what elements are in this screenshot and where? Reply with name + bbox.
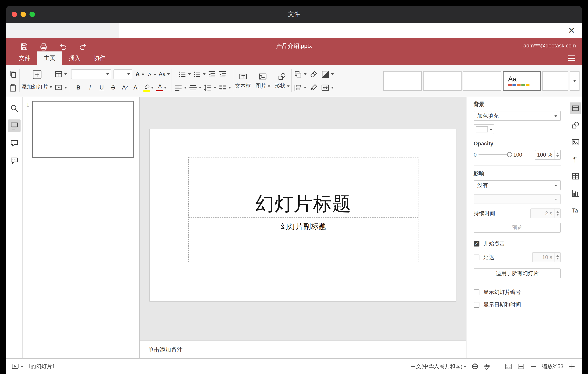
language-select[interactable]: 中文(中华人民共和国) [411,362,466,371]
change-case-button[interactable]: Aa [159,69,170,79]
tab-collaboration[interactable]: 协作 [87,51,112,65]
sidebar-comments-button[interactable] [8,137,20,149]
window-title: 文件 [288,10,300,18]
change-layout-button[interactable] [54,69,67,79]
fit-width-button[interactable] [517,362,525,371]
bullet-list-button[interactable] [178,69,191,79]
subtitle-placeholder[interactable]: 幻灯片副标题 [188,219,419,262]
panel-table-settings-button[interactable] [569,170,581,182]
color-scheme-button[interactable] [321,69,334,79]
zoom-in-button[interactable] [568,362,576,371]
increase-font-button[interactable]: A [135,69,144,79]
set-language-button[interactable] [471,362,479,371]
tab-insert[interactable]: 插入 [62,51,87,65]
panel-slide-settings-button[interactable] [569,102,581,114]
theme-tile-selected[interactable]: Aa [503,71,541,91]
tab-home[interactable]: 主页 [37,51,62,65]
spinner-arrows[interactable] [554,150,560,159]
slide-thumbnail[interactable] [32,101,134,158]
font-color-button[interactable]: A [157,82,163,93]
font-size-select[interactable] [114,69,132,79]
panel-paragraph-settings-button[interactable]: ¶ [569,154,581,165]
comment-icon [10,139,19,148]
theme-tile[interactable] [463,71,501,91]
panel-textart-settings-button[interactable]: Ta [569,204,581,216]
sidebar-chat-button[interactable] [8,154,20,167]
close-window-button[interactable] [12,12,17,17]
font-name-select[interactable] [71,69,111,79]
tab-file[interactable]: 文件 [12,51,37,65]
panel-chart-settings-button[interactable] [569,187,581,199]
spellcheck-button[interactable]: abc [483,362,492,371]
apply-all-button[interactable]: 适用于所有幻灯片 [474,268,561,278]
clear-style-button[interactable] [309,69,318,79]
arrange-shape-button[interactable] [294,69,306,79]
decrease-font-button[interactable]: A [147,69,156,79]
menu-icon[interactable] [568,55,575,61]
show-date-time-checkbox[interactable] [474,302,479,308]
start-slideshow-button[interactable] [54,82,67,93]
columns-button[interactable] [218,82,231,93]
underline-button[interactable]: U [97,82,106,93]
notes-area[interactable]: 单击添加备注 [140,341,466,358]
insert-shape-button[interactable]: 形状 [275,72,290,90]
bold-button[interactable]: B [74,82,83,93]
effect-select[interactable]: 没有 [474,180,561,190]
decrease-indent-button[interactable] [207,69,216,79]
add-slide-label: 添加幻灯片 [21,83,48,91]
increase-indent-button[interactable] [218,69,227,79]
slider-knob[interactable] [507,152,512,157]
chevron-down-icon [304,87,306,90]
maximize-window-button[interactable] [30,12,35,17]
insert-image-button[interactable]: 图片 [256,72,270,90]
line-spacing-button[interactable] [203,82,216,93]
title-placeholder[interactable]: 幻灯片标题 [188,157,419,218]
show-slide-number-checkbox[interactable] [474,289,479,295]
italic-button[interactable]: I [85,82,94,93]
align-shape-button[interactable] [294,82,306,93]
add-slide-menu-button[interactable]: 添加幻灯片 [21,81,52,92]
delay-checkbox[interactable] [474,254,479,260]
slide-canvas[interactable]: 幻灯片标题 幻灯片副标题 [140,97,466,341]
horizontal-align-button[interactable] [174,82,187,93]
strikeout-button[interactable]: S [109,82,118,93]
opacity-input[interactable]: 100 % [535,150,561,160]
background-color-picker[interactable] [474,124,494,134]
subscript-button[interactable]: A₂ [132,82,141,93]
chevron-down-icon [555,185,557,188]
start-on-click-checkbox[interactable]: ✓ [474,241,479,246]
zoom-out-button[interactable] [529,362,537,371]
status-start-slideshow-button[interactable] [11,362,23,371]
theme-tile[interactable] [542,71,568,91]
numbered-list-button[interactable] [193,69,206,79]
insert-textbox-button[interactable]: 文本框 [235,72,251,90]
align-objects-icon [294,83,303,92]
copy-button[interactable] [9,69,17,79]
opacity-slider[interactable] [478,152,511,158]
close-icon[interactable]: ✕ [568,26,575,35]
textbox-icon [239,72,248,81]
minimize-window-button[interactable] [21,12,26,17]
theme-tile[interactable] [423,71,462,91]
fit-slide-button[interactable] [504,362,513,371]
background-fill-select[interactable]: 颜色填充 [474,111,561,121]
panel-image-settings-button[interactable] [569,136,581,148]
theme-tile[interactable] [383,71,422,91]
add-slide-button[interactable] [32,69,42,80]
opacity-min: 0 [474,152,476,158]
paste-button[interactable] [9,82,17,93]
opacity-max: 100 [513,152,522,158]
copy-style-button[interactable] [309,82,318,93]
minus-icon [529,362,537,370]
slide-size-button[interactable] [321,82,334,93]
panel-shape-settings-button[interactable] [569,120,581,131]
vertical-align-button[interactable] [189,82,201,93]
superscript-button[interactable]: A² [120,82,129,93]
sidebar-slides-button[interactable] [8,120,20,132]
right-icon-rail: ¶ Ta [568,97,582,358]
theme-gallery-more-button[interactable] [570,71,579,91]
slide[interactable]: 幻灯片标题 幻灯片副标题 [149,129,456,302]
sidebar-search-button[interactable] [8,102,20,115]
chevron-down-icon [214,87,216,90]
highlight-color-button[interactable] [144,82,150,93]
